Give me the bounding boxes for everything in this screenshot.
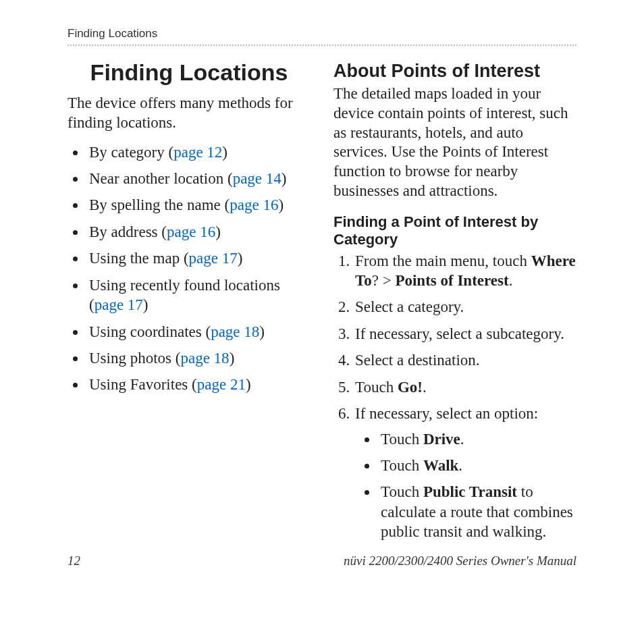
list-text: By spelling the name ( bbox=[89, 196, 230, 213]
page-link[interactable]: page 17 bbox=[95, 296, 143, 313]
ui-term: Drive bbox=[423, 431, 460, 448]
list-item: By address (page 16) bbox=[86, 222, 311, 242]
right-column: About Points of Interest The detailed ma… bbox=[333, 55, 576, 549]
manual-title: nüvi 2200/2300/2400 Series Owner's Manua… bbox=[344, 554, 576, 568]
options-list: Touch Drive. Touch Walk. Touch Public Tr… bbox=[355, 429, 576, 542]
list-text: ) bbox=[143, 296, 149, 313]
list-text: Using Favorites ( bbox=[89, 376, 197, 393]
step-text: If necessary, select an option: bbox=[355, 405, 538, 422]
running-head: Finding Locations bbox=[68, 27, 576, 46]
list-text: By category ( bbox=[89, 144, 173, 161]
list-item: Using coordinates (page 18) bbox=[86, 322, 311, 342]
step-item: If necessary, select a subcategory. bbox=[354, 324, 576, 344]
subsection-heading: Finding a Point of Interest by Category bbox=[333, 213, 576, 248]
list-text: Using coordinates ( bbox=[89, 323, 211, 340]
step-text: ? > bbox=[372, 272, 396, 289]
intro-paragraph: The device offers many methods for findi… bbox=[68, 94, 311, 133]
step-text: If necessary, select a subcategory. bbox=[355, 325, 564, 342]
page-link[interactable]: page 17 bbox=[189, 250, 238, 267]
list-item: Touch Drive. bbox=[378, 429, 576, 449]
list-item: Using recently found locations (page 17) bbox=[86, 275, 311, 315]
step-text: Touch bbox=[355, 379, 398, 396]
page-link[interactable]: page 14 bbox=[233, 170, 281, 187]
list-text: Touch bbox=[381, 483, 423, 500]
page-link[interactable]: page 18 bbox=[180, 350, 229, 367]
list-text: Touch bbox=[381, 431, 423, 448]
ui-term: Walk bbox=[423, 457, 458, 474]
list-text: ) bbox=[246, 376, 251, 393]
methods-list: By category (page 12) Near another locat… bbox=[68, 142, 311, 395]
page-link[interactable]: page 12 bbox=[173, 144, 222, 161]
step-text: Select a destination. bbox=[355, 352, 480, 369]
step-item: From the main menu, touch Where To? > Po… bbox=[354, 251, 576, 291]
list-item: By category (page 12) bbox=[86, 142, 311, 162]
list-text: ) bbox=[259, 323, 265, 340]
step-item: Select a destination. bbox=[354, 350, 576, 370]
page-link[interactable]: page 16 bbox=[167, 223, 215, 240]
steps-list: From the main menu, touch Where To? > Po… bbox=[333, 251, 576, 542]
section-heading: About Points of Interest bbox=[333, 61, 576, 82]
page-link[interactable]: page 21 bbox=[197, 376, 246, 393]
ui-term: Public Transit bbox=[423, 483, 517, 500]
list-text: ) bbox=[215, 223, 221, 240]
list-item: By spelling the name (page 16) bbox=[86, 195, 311, 215]
list-text: ) bbox=[281, 170, 287, 187]
step-text: Select a category. bbox=[355, 298, 464, 315]
step-item: Select a category. bbox=[354, 297, 576, 317]
ui-term: Points of Interest bbox=[395, 272, 508, 289]
list-text: . bbox=[460, 431, 464, 448]
section-paragraph: The detailed maps loaded in your device … bbox=[333, 84, 576, 201]
list-text: ) bbox=[238, 250, 243, 267]
left-column: Finding Locations The device offers many… bbox=[68, 55, 311, 549]
list-text: ) bbox=[222, 144, 227, 161]
step-text: . bbox=[423, 379, 427, 396]
list-text: Using the map ( bbox=[89, 250, 189, 267]
list-item: Touch Walk. bbox=[378, 456, 576, 475]
page-link[interactable]: page 18 bbox=[211, 323, 259, 340]
list-text: By address ( bbox=[89, 223, 167, 240]
manual-page: Finding Locations Finding Locations The … bbox=[0, 0, 644, 597]
step-text: . bbox=[509, 272, 513, 289]
list-text: Near another location ( bbox=[89, 170, 233, 187]
list-text: Using photos ( bbox=[89, 350, 180, 367]
page-number: 12 bbox=[68, 554, 80, 568]
page-link[interactable]: page 16 bbox=[230, 196, 278, 213]
page-title: Finding Locations bbox=[68, 59, 311, 86]
list-text: . bbox=[458, 457, 462, 474]
step-item: Touch Go!. bbox=[354, 377, 576, 397]
page-footer: 12 nüvi 2200/2300/2400 Series Owner's Ma… bbox=[68, 554, 576, 568]
list-item: Using Favorites (page 21) bbox=[86, 375, 311, 394]
step-item: If necessary, select an option: Touch Dr… bbox=[354, 404, 576, 542]
list-text: ) bbox=[230, 350, 235, 367]
list-item: Using photos (page 18) bbox=[86, 348, 311, 368]
list-item: Touch Public Transit to calculate a rout… bbox=[378, 482, 576, 541]
ui-term: Go! bbox=[398, 379, 423, 396]
list-text: Touch bbox=[381, 457, 423, 474]
step-text: From the main menu, touch bbox=[355, 252, 531, 269]
two-column-layout: Finding Locations The device offers many… bbox=[68, 55, 576, 549]
list-text: ) bbox=[278, 196, 284, 213]
list-item: Near another location (page 14) bbox=[86, 169, 311, 188]
list-item: Using the map (page 17) bbox=[86, 248, 311, 268]
